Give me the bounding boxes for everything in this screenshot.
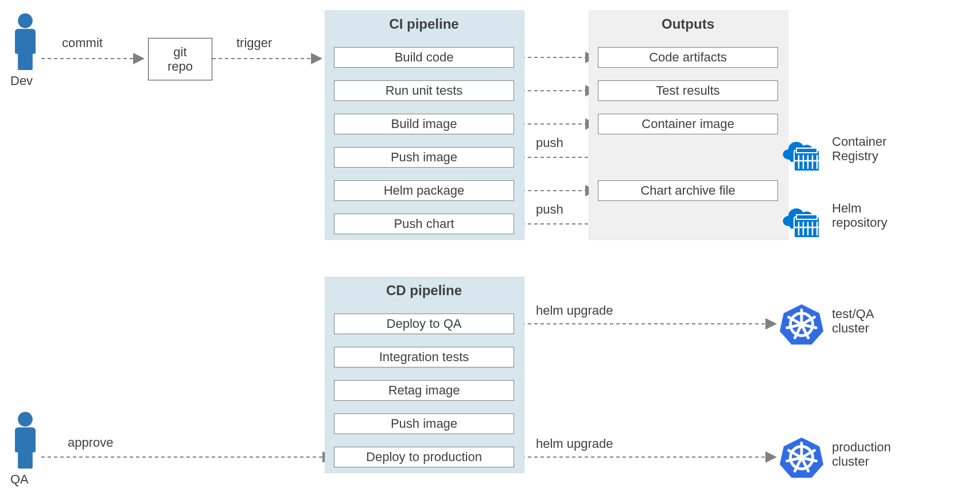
- container-registry-icon: [779, 136, 824, 175]
- edge-label-commit: commit: [62, 36, 103, 51]
- ci-step-build-code: Build code: [334, 47, 514, 68]
- container-registry-label: Container Registry: [832, 134, 886, 164]
- outputs-title: Outputs: [589, 16, 787, 32]
- output-container-image: Container image: [598, 114, 778, 134]
- edge-label-approve: approve: [68, 435, 114, 450]
- cd-step-integration-tests: Integration tests: [334, 347, 514, 367]
- edge-label-push-1: push: [536, 136, 563, 150]
- edge-label-trigger: trigger: [236, 36, 272, 51]
- cd-step-retag-image: Retag image: [334, 380, 514, 401]
- cd-pipeline-panel: [325, 277, 524, 473]
- kubernetes-qa-label: test/QA cluster: [832, 307, 874, 336]
- ci-pipeline-title: CI pipeline: [325, 16, 523, 32]
- helm-repository-icon: [779, 202, 824, 241]
- dev-label: Dev: [10, 73, 33, 88]
- edge-label-helm-upgrade-1: helm upgrade: [536, 303, 613, 318]
- edge-label-push-2: push: [536, 202, 563, 217]
- dev-person-icon: [10, 13, 40, 70]
- ci-step-helm-package: Helm package: [334, 180, 514, 201]
- ci-step-push-image: Push image: [334, 147, 514, 168]
- svg-rect-22: [796, 215, 817, 219]
- kubernetes-qa-icon: [779, 302, 824, 347]
- cd-step-deploy-qa: Deploy to QA: [334, 314, 514, 334]
- svg-point-11: [18, 13, 33, 28]
- cd-step-push-image: Push image: [334, 413, 514, 434]
- cd-step-deploy-production: Deploy to production: [334, 447, 514, 467]
- helm-repository-label: Helm repository: [832, 201, 888, 230]
- kubernetes-prod-label: production cluster: [832, 440, 891, 469]
- svg-rect-14: [796, 148, 817, 153]
- edge-label-helm-upgrade-2: helm upgrade: [536, 436, 613, 451]
- qa-person-icon: [10, 411, 40, 469]
- ci-step-run-unit-tests: Run unit tests: [334, 80, 514, 101]
- git-repo-box: git repo: [148, 38, 212, 80]
- ci-step-push-chart: Push chart: [334, 214, 514, 234]
- cd-pipeline-title: CD pipeline: [325, 283, 523, 299]
- output-chart-archive: Chart archive file: [598, 180, 778, 201]
- output-code-artifacts: Code artifacts: [598, 47, 778, 68]
- qa-label: QA: [10, 472, 29, 487]
- ci-step-build-image: Build image: [334, 114, 514, 134]
- output-test-results: Test results: [598, 80, 778, 101]
- kubernetes-prod-icon: [779, 435, 824, 480]
- svg-point-12: [18, 412, 33, 427]
